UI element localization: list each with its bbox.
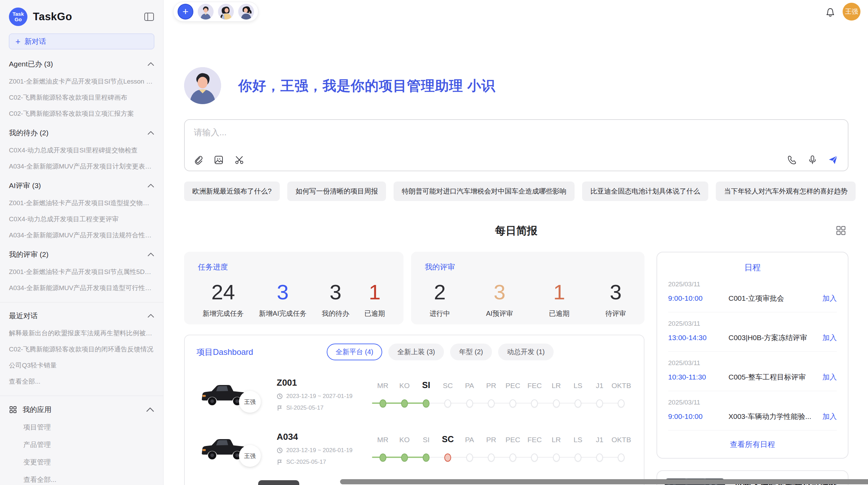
project-date-range: 2023-12-19 ~ 2026-01-19	[277, 447, 369, 454]
stat-overdue: 1 已逾期	[364, 280, 385, 318]
chat-input[interactable]	[194, 127, 745, 147]
milestone-dot	[423, 453, 430, 462]
suggestion-chip[interactable]: 如何写一份清晰的项目周报	[287, 182, 386, 201]
agent-avatar-2[interactable]	[218, 4, 234, 20]
conversation-item[interactable]: A034-全新新能源MUV产品开发项目造型可行性评审	[9, 284, 154, 293]
layout-grid-icon[interactable]	[835, 225, 846, 236]
milestone-dot	[553, 453, 560, 462]
milestone-dot	[379, 453, 386, 462]
scissors-icon[interactable]	[234, 155, 244, 165]
stat-in-progress: 2 进行中	[430, 280, 450, 318]
app-link-change-mgmt[interactable]: 变更管理	[23, 458, 154, 467]
app-link-product-mgmt[interactable]: 产品管理	[23, 440, 154, 449]
section-header[interactable]: 我的待办 (2)	[9, 127, 154, 139]
milestone-dot	[379, 399, 386, 408]
event-date: 2025/03/11	[668, 320, 837, 327]
tab-powertrain[interactable]: 动总开发 (1)	[498, 344, 554, 360]
project-dashboard-card: 项目Dashboard 全新平台 (4) 全新上装 (3) 年型 (2) 动总开…	[184, 335, 644, 485]
app-title: TaskGo	[33, 11, 138, 23]
tab-new-body[interactable]: 全新上装 (3)	[388, 344, 444, 360]
conversation-item[interactable]: C02-飞腾新能源轻客改款项目里程碑画布	[9, 93, 154, 102]
send-icon[interactable]	[828, 155, 838, 165]
scrollbar-thumb[interactable]	[340, 479, 868, 484]
suggestion-chip[interactable]: 比亚迪全固态电池计划具体说了什么	[582, 182, 708, 201]
new-chat-button[interactable]: + 新对话	[9, 34, 154, 49]
conversation-item[interactable]: Z001-全新燃油皮卡产品开发项目SI节点Lesson Learn报告	[9, 77, 154, 86]
notifications-bell-icon[interactable]	[825, 8, 835, 18]
add-agent-button[interactable]: +	[178, 4, 193, 20]
conversation-item[interactable]: C02-飞腾新能源轻客改款项目的闭环通告反馈情况	[9, 345, 154, 354]
view-all-apps[interactable]: 查看全部...	[23, 475, 154, 484]
event-title: C005-整车工程目标评审	[728, 372, 818, 382]
section-header[interactable]: Agent已办 (3)	[9, 58, 154, 70]
clock-icon	[277, 447, 283, 453]
sidebar-item-my-apps[interactable]: 我的应用	[9, 405, 154, 414]
chevron-up-icon	[147, 184, 154, 188]
join-link[interactable]: 加入	[822, 412, 837, 421]
briefing-header: 每日简报	[184, 224, 848, 239]
join-link[interactable]: 加入	[822, 333, 837, 343]
event-title: C003|H0B-方案冻结评审	[728, 333, 818, 343]
sidebar: Task Go TaskGo + 新对话 Agent已办 (3) Z001-全新…	[0, 0, 164, 485]
user-avatar[interactable]: 王强	[843, 3, 860, 21]
assistant-avatar	[184, 67, 221, 104]
conversation-item[interactable]: Z001-全新燃油轻卡产品开发项目SI造型提交物评审	[9, 199, 154, 208]
view-all-conversations[interactable]: 查看全部...	[9, 377, 154, 386]
event-time: 9:00-10:00	[668, 412, 720, 421]
schedule-card: 日程 2025/03/11 9:00-10:00 C001-立项审批会 加入 2…	[656, 252, 848, 459]
image-icon[interactable]	[214, 155, 224, 165]
event-time: 13:00-14:30	[668, 334, 720, 342]
suggestion-chip[interactable]: 特朗普可能对进口汽车增税会对中国车企造成哪些影响	[394, 182, 575, 201]
milestone: J1	[589, 428, 611, 469]
conversation-item[interactable]: C0X4-动力总成开发项目SI里程碑提交物检查	[9, 146, 154, 155]
composer	[184, 119, 848, 171]
suggestion-chip[interactable]: 欧洲新规最近颁布了什么?	[184, 182, 280, 201]
milestone: PEC	[502, 374, 524, 414]
milestone: FEC	[524, 428, 545, 469]
conversation-item[interactable]: C0X4-动力总成开发项目工程变更评审	[9, 215, 154, 224]
sidebar-collapse-icon[interactable]	[144, 12, 154, 21]
milestone-dot	[401, 399, 408, 408]
milestone: LS	[567, 374, 589, 414]
suggestion-chip[interactable]: 当下年轻人对汽车外观有怎样的喜好趋势	[716, 182, 856, 201]
left-column: 任务进度 24 新增完成任务 3 新增AI完成任务	[184, 252, 644, 485]
project-row-z001[interactable]: 王强 Z001 2023-12-19 ~ 2027-01-19 SI-2025-…	[196, 374, 632, 414]
milestone-dot	[618, 399, 625, 408]
tab-year-model[interactable]: 年型 (2)	[450, 344, 492, 360]
join-link[interactable]: 加入	[822, 294, 837, 303]
agent-avatar-1[interactable]	[198, 4, 214, 20]
app-link-project-mgmt[interactable]: 项目管理	[23, 423, 154, 432]
conversation-item[interactable]: Z001-全新燃油轻卡产品开发项目SI节点属性5D文件评审	[9, 268, 154, 276]
phone-call-icon[interactable]	[787, 155, 797, 165]
conversation-item[interactable]: 公司Q3轻卡销量	[9, 361, 154, 370]
conversation-item[interactable]: C02-飞腾新能源轻客改款项目立项汇报方案	[9, 109, 154, 118]
agent-avatar-3[interactable]	[238, 4, 254, 20]
milestone: KO	[394, 428, 415, 469]
milestone: SC	[437, 428, 459, 469]
section-header[interactable]: 我的评审 (2)	[9, 249, 154, 260]
join-link[interactable]: 加入	[822, 372, 837, 382]
conversation-item[interactable]: A034-全新新能源MUV产品开发项目法规符合性评审	[9, 231, 154, 240]
milestone: PR	[480, 428, 502, 469]
conversation-item[interactable]: A034-全新新能源MUV产品开发项目计划变更表编写	[9, 162, 154, 171]
tab-new-platform[interactable]: 全新平台 (4)	[327, 344, 382, 360]
attachment-paperclip-icon[interactable]	[193, 155, 203, 165]
project-row-a034[interactable]: 王强 A034 2023-12-19 ~ 2026-01-19 SC-2025-…	[196, 428, 632, 469]
greeting-text: 你好，王强，我是你的项目管理助理 小识	[238, 76, 495, 95]
suggestion-chips: 欧洲新规最近颁布了什么? 如何写一份清晰的项目周报 特朗普可能对进口汽车增税会对…	[184, 182, 848, 201]
milestone-dot	[401, 453, 408, 462]
view-all-schedule-link[interactable]: 查看所有日程	[668, 439, 837, 450]
schedule-event: 2025/03/11 13:00-14:30 C003|H0B-方案冻结评审 加…	[668, 312, 837, 352]
section-header[interactable]: AI评审 (3)	[9, 180, 154, 191]
conversation-item[interactable]: 解释最新出台的欧盟报废车法规再生塑料比例被调至15%...	[9, 329, 154, 338]
microphone-icon[interactable]	[807, 155, 818, 165]
section-header[interactable]: 最近对话	[9, 310, 154, 322]
section-recent: 最近对话 解释最新出台的欧盟报废车法规再生塑料比例被调至15%... C02-飞…	[9, 310, 154, 386]
project-owner-badge: 王强	[239, 391, 261, 413]
event-date: 2025/03/11	[668, 281, 837, 288]
logo-text-bottom: Go	[15, 17, 22, 22]
schedule-event: 2025/03/11 9:00-10:00 C001-立项审批会 加入	[668, 273, 837, 312]
milestone: SC	[437, 374, 459, 414]
content-column: 你好，王强，我是你的项目管理助理 小识	[184, 20, 848, 485]
project-code: A034	[277, 432, 369, 442]
